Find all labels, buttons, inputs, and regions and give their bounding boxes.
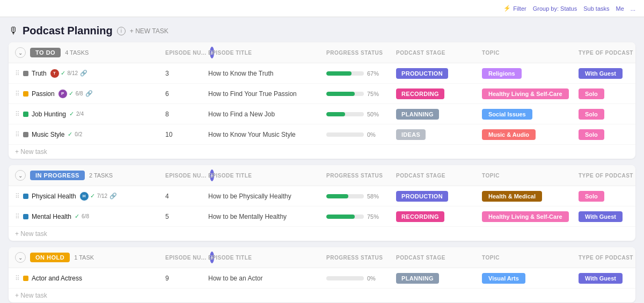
toggle-section-todo[interactable]: ⌄ bbox=[15, 47, 26, 58]
drag-handle[interactable]: ⠿ bbox=[15, 110, 20, 118]
podcast-stage-badge: IDEAS bbox=[396, 129, 426, 140]
progress-bar-fill bbox=[326, 194, 348, 198]
type-badge: With Guest bbox=[579, 211, 623, 222]
color-dot bbox=[23, 132, 28, 137]
section-inprogress: ⌄ IN PROGRESS 2 TASKS EPISODE NU... + EP… bbox=[9, 165, 635, 241]
col-topic-todo: TOPIC bbox=[482, 50, 579, 56]
progress-bar-bg bbox=[326, 215, 364, 219]
podcast-stage-cell: PRODUCTION bbox=[396, 193, 482, 200]
col-episode-title-inprogress: EPISODE TITLE bbox=[208, 173, 326, 179]
task-name: Physical Health bbox=[32, 193, 76, 200]
new-task-row: + New task bbox=[9, 289, 635, 302]
task-name-cell: ⠿ Job Hunting ✓2/4 bbox=[15, 110, 165, 118]
avatar: T bbox=[50, 69, 60, 78]
task-row: ⠿ Passion P ✓6/8 🔗 6 How to Find Your Tr… bbox=[9, 84, 635, 104]
episode-title: How to be Physically Healthy bbox=[208, 193, 326, 200]
task-name-cell: ⠿ Truth T ✓8/12 🔗 bbox=[15, 69, 165, 78]
task-name: Music Style bbox=[32, 131, 64, 138]
task-name-cell: ⠿ Music Style ✓0/2 bbox=[15, 131, 165, 138]
progress-cell: 58% bbox=[326, 193, 396, 199]
info-icon[interactable]: i bbox=[117, 27, 126, 35]
status-badge-todo: TO DO bbox=[30, 48, 61, 57]
col-episode-title-onhold: EPISODE TITLE bbox=[208, 255, 326, 261]
type-badge: Solo bbox=[579, 88, 604, 99]
top-bar: ⚡ Filter Group by: Status Sub tasks Me .… bbox=[0, 0, 644, 17]
task-name: Mental Health bbox=[32, 213, 71, 220]
podcast-stage-cell: IDEAS bbox=[396, 131, 482, 138]
task-name: Actor and Actress bbox=[32, 275, 82, 282]
progress-bar-bg bbox=[326, 112, 364, 116]
progress-pct: 50% bbox=[367, 111, 379, 117]
type-cell: With Guest bbox=[579, 275, 635, 282]
new-task-button-inprogress[interactable]: + New task bbox=[9, 227, 54, 241]
topic-cell: Health & Medical bbox=[482, 193, 579, 200]
col-episode-num-inprogress: EPISODE NU... + bbox=[165, 169, 208, 181]
podcast-stage-cell: PRODUCTION bbox=[396, 70, 482, 77]
check-icon: ✓ bbox=[90, 193, 95, 199]
more-button[interactable]: ... bbox=[631, 5, 635, 12]
podcast-stage-cell: RECORDING bbox=[396, 90, 482, 98]
col-topic-inprogress: TOPIC bbox=[482, 173, 579, 179]
check-icon: ✓ bbox=[68, 131, 72, 138]
new-task-header-button[interactable]: + NEW TASK bbox=[130, 27, 169, 35]
col-stage-inprogress: PODCAST STAGE bbox=[396, 173, 482, 179]
progress-pct: 58% bbox=[367, 193, 379, 199]
progress-pct: 67% bbox=[367, 70, 379, 77]
task-meta: ✓2/4 bbox=[69, 110, 84, 117]
toggle-section-inprogress[interactable]: ⌄ bbox=[15, 170, 26, 181]
drag-handle[interactable]: ⠿ bbox=[15, 70, 20, 77]
col-topic-onhold: TOPIC bbox=[482, 255, 579, 261]
task-name: Passion bbox=[32, 90, 55, 98]
podcast-stage-cell: PLANNING bbox=[396, 275, 482, 282]
color-dot bbox=[23, 214, 28, 219]
toggle-section-onhold[interactable]: ⌄ bbox=[15, 252, 26, 263]
drag-handle[interactable]: ⠿ bbox=[15, 90, 20, 98]
drag-handle[interactable]: ⠿ bbox=[15, 131, 20, 138]
link-icon: 🔗 bbox=[80, 70, 87, 77]
color-dot bbox=[23, 194, 28, 199]
page-header: 🎙 Podcast Planning i + NEW TASK bbox=[9, 17, 635, 42]
avatar-group: H bbox=[79, 191, 87, 201]
progress-pct: 0% bbox=[367, 275, 376, 282]
link-icon: 🔗 bbox=[85, 90, 93, 97]
type-cell: Solo bbox=[579, 90, 635, 98]
topic-cell: Religions bbox=[482, 70, 579, 77]
topic-badge: Religions bbox=[482, 68, 522, 79]
task-name-cell: ⠿ Physical Health H ✓7/12 🔗 bbox=[15, 191, 165, 201]
filter-button[interactable]: ⚡ Filter bbox=[503, 5, 526, 12]
drag-handle[interactable]: ⠿ bbox=[15, 193, 20, 200]
task-row: ⠿ Physical Health H ✓7/12 🔗 4 How to be … bbox=[9, 186, 635, 206]
progress-bar-fill bbox=[326, 215, 355, 219]
episode-num: 4 bbox=[165, 193, 208, 200]
filter-icon: ⚡ bbox=[503, 5, 511, 12]
task-row: ⠿ Actor and Actress 9 How to be an Actor… bbox=[9, 268, 635, 289]
group-by-button[interactable]: Group by: Status bbox=[533, 5, 577, 12]
page-title: Podcast Planning bbox=[23, 25, 113, 37]
drag-handle[interactable]: ⠿ bbox=[15, 275, 20, 282]
episode-num: 5 bbox=[165, 213, 208, 220]
sections-container: ⌄ TO DO 4 TASKS EPISODE NU... + EPISODE … bbox=[9, 42, 635, 302]
topic-cell: Social Issues bbox=[482, 110, 579, 118]
task-meta: ✓8/12 🔗 bbox=[61, 70, 87, 77]
subtask-count: 0/2 bbox=[75, 131, 82, 137]
progress-bar-bg bbox=[326, 92, 364, 96]
episode-num: 10 bbox=[165, 131, 208, 138]
color-dot bbox=[23, 91, 28, 97]
podcast-stage-badge: PLANNING bbox=[396, 273, 439, 284]
episode-title: How to be an Actor bbox=[208, 275, 326, 282]
new-task-button-onhold[interactable]: + New task bbox=[9, 289, 54, 302]
avatar-group: P bbox=[58, 89, 65, 99]
progress-pct: 0% bbox=[367, 131, 376, 138]
col-episode-num-onhold: EPISODE NU... + bbox=[165, 252, 208, 263]
col-type-inprogress: TYPE OF PODCAST bbox=[579, 173, 635, 179]
drag-handle[interactable]: ⠿ bbox=[15, 213, 20, 220]
check-icon: ✓ bbox=[61, 70, 65, 77]
col-episode-title-todo: EPISODE TITLE bbox=[208, 50, 326, 56]
me-button[interactable]: Me bbox=[616, 5, 624, 12]
subtasks-button[interactable]: Sub tasks bbox=[583, 5, 609, 12]
col-episode-num-todo: EPISODE NU... + bbox=[165, 47, 208, 58]
progress-cell: 0% bbox=[326, 131, 396, 138]
check-icon: ✓ bbox=[69, 90, 74, 97]
section-header-onhold: ⌄ ON HOLD 1 TASK EPISODE NU... + EPISODE… bbox=[9, 247, 635, 268]
new-task-button-todo[interactable]: + New task bbox=[9, 145, 54, 159]
